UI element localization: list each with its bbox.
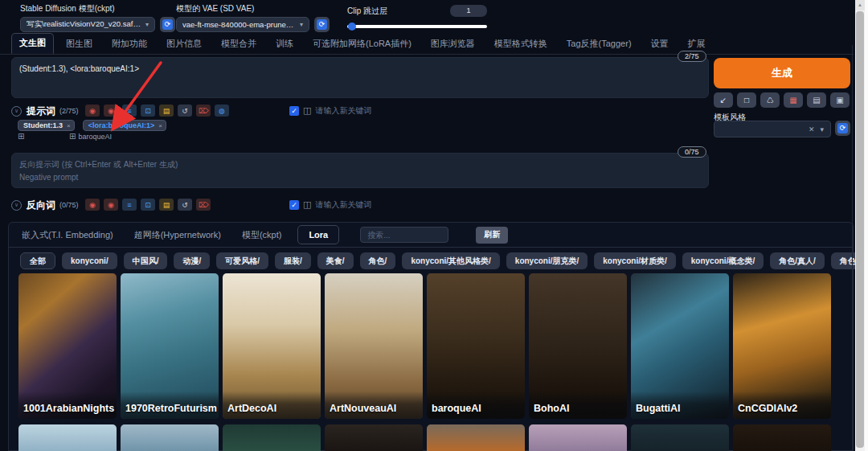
lora-card[interactable]: BugattiAI xyxy=(631,273,729,419)
scrollbar[interactable]: ▲ xyxy=(855,0,865,451)
translate-icon[interactable]: ≡ xyxy=(122,105,137,117)
clear-all-icon[interactable]: ⌦ xyxy=(196,199,211,211)
tag-translate-2[interactable]: ⊞baroqueAI xyxy=(69,132,112,141)
main-tab[interactable]: 附加功能 xyxy=(104,35,154,54)
vae-refresh-button[interactable]: ⟳ xyxy=(314,17,330,32)
api-settings-icon[interactable]: ◍ xyxy=(215,105,229,117)
clear-all-icon[interactable]: ⌦ xyxy=(196,105,211,117)
paste-generation-params-icon[interactable]: ↙ xyxy=(714,92,733,108)
batch-translate-icon[interactable]: ⊡ xyxy=(141,105,155,117)
main-tab[interactable]: 模型格式转换 xyxy=(487,35,555,54)
scrollbar-thumb[interactable] xyxy=(856,11,864,448)
negative-prompt-textarea[interactable]: 反向提示词 (按 Ctrl+Enter 或 Alt+Enter 生成) Nega… xyxy=(11,153,709,188)
main-tab[interactable]: 文生图 xyxy=(11,33,54,54)
extra-networks-tab[interactable]: 超网络(Hypernetwork) xyxy=(134,229,221,241)
lora-card-partial[interactable] xyxy=(427,424,525,451)
new-keyword-input[interactable] xyxy=(315,200,420,209)
clear-icon[interactable]: ✕ xyxy=(809,125,815,133)
lora-card-partial[interactable] xyxy=(529,424,627,451)
collapse-chevron-icon[interactable]: ∨ xyxy=(11,106,22,117)
extra-networks-tab[interactable]: Lora xyxy=(297,225,339,244)
category-pill[interactable]: konyconi/ xyxy=(62,252,117,269)
category-pill[interactable]: konyconi/朋克类/ xyxy=(506,252,588,269)
lora-card-partial[interactable] xyxy=(733,424,831,451)
lora-card-partial[interactable] xyxy=(325,424,423,451)
extra-networks-search-input[interactable] xyxy=(360,227,448,243)
prompt-tag[interactable]: Student:1.3 × xyxy=(18,120,75,131)
checkpoint-refresh-button[interactable]: ⟳ xyxy=(160,17,175,32)
translate-icon[interactable]: ≡ xyxy=(122,199,137,211)
history-icon[interactable]: ◉ xyxy=(85,199,100,211)
category-pill[interactable]: 可爱风格/ xyxy=(216,252,268,269)
clip-skip-slider[interactable] xyxy=(347,23,487,31)
category-pill[interactable]: 角色/真人/ xyxy=(770,252,825,269)
history-icon[interactable]: ◉ xyxy=(85,105,100,117)
extra-networks-card-icon[interactable]: ▦ xyxy=(784,92,803,108)
lora-card[interactable]: ArtNouveauAI xyxy=(325,273,423,419)
category-pill[interactable]: 动漫/ xyxy=(174,252,210,269)
lora-card-partial[interactable] xyxy=(223,424,321,451)
collapse-chevron-icon[interactable]: ∨ xyxy=(11,200,22,211)
main-tab[interactable]: 图生图 xyxy=(59,35,100,54)
main-tab[interactable]: 图片信息 xyxy=(159,35,209,54)
new-keyword-input[interactable] xyxy=(315,106,420,115)
favorites-icon[interactable]: ◉ xyxy=(104,105,118,117)
category-pill[interactable]: 角色/ xyxy=(360,252,396,269)
category-pill[interactable]: konyconi/材质类/ xyxy=(594,252,675,269)
lora-card-partial[interactable] xyxy=(631,424,729,451)
checkpoint-dropdown[interactable]: 写实\realisticVisionV20_v20.safetensors [c… xyxy=(20,17,155,32)
keyword-checkbox[interactable]: ✓ xyxy=(289,106,299,116)
new-style-icon[interactable]: □ xyxy=(737,92,756,108)
tag-close-icon[interactable]: × xyxy=(158,122,162,129)
copy-icon[interactable]: ▤ xyxy=(159,199,174,211)
category-pill[interactable]: konyconi/概念类/ xyxy=(682,252,764,269)
input-mode-icon[interactable]: ◫ xyxy=(303,105,311,116)
generate-button[interactable]: 生成 xyxy=(714,58,850,88)
category-pill[interactable]: konyconi/其他风格类/ xyxy=(402,252,499,269)
extra-networks-tab[interactable]: 嵌入式(T.I. Embedding) xyxy=(22,229,113,241)
prompt-textarea[interactable]: (Student:1.3), <lora:baroqueAI:1> xyxy=(11,57,709,98)
tag-translate-1[interactable]: ⊞ xyxy=(18,132,27,141)
vae-label: 模型的 VAE (SD VAE) xyxy=(176,3,346,14)
lora-card[interactable]: ArtDecoAI xyxy=(223,273,321,419)
extra-networks-refresh-button[interactable]: 刷新 xyxy=(476,227,508,244)
extra-networks-tab[interactable]: 模型(ckpt) xyxy=(242,229,282,241)
main-tab[interactable]: 模型合并 xyxy=(214,35,264,54)
lora-card-partial[interactable] xyxy=(121,424,219,451)
lora-card[interactable]: CnCGDIAIv2 xyxy=(733,273,831,419)
main-tab[interactable]: 设置 xyxy=(644,35,676,54)
vae-dropdown[interactable]: vae-ft-mse-840000-ema-pruned.safetensors… xyxy=(176,17,309,32)
prompt-tag[interactable]: <lora:baroqueAI:1> × xyxy=(83,120,166,131)
main-tab[interactable]: Tag反推(Tagger) xyxy=(559,35,639,54)
tag-text: <lora:baroqueAI:1> xyxy=(88,121,155,129)
category-pill[interactable]: 全部 xyxy=(20,252,55,269)
clear-prompt-trash-icon[interactable]: ♺ xyxy=(760,92,780,108)
style-template-dropdown[interactable]: ✕ ▾ xyxy=(714,121,831,137)
lora-card[interactable]: 1001ArabianNights xyxy=(18,273,117,419)
category-pill[interactable]: 中国风/ xyxy=(124,252,168,269)
lora-card-partial[interactable] xyxy=(18,424,117,451)
paste-icon[interactable]: ↺ xyxy=(178,105,192,117)
tag-close-icon[interactable]: × xyxy=(67,122,71,129)
apply-style-clipboard-icon[interactable]: ▤ xyxy=(807,92,826,108)
category-pill[interactable]: 美食/ xyxy=(317,252,354,269)
category-pill[interactable]: 服装/ xyxy=(275,252,311,269)
lora-card[interactable]: BohoAI xyxy=(529,273,627,419)
input-mode-icon[interactable]: ◫ xyxy=(303,199,311,210)
favorites-icon[interactable]: ◉ xyxy=(104,199,118,211)
keyword-checkbox[interactable]: ✓ xyxy=(289,200,299,210)
copy-icon[interactable]: ▤ xyxy=(159,105,174,117)
clip-skip-value[interactable]: 1 xyxy=(450,5,487,17)
main-tab[interactable]: 训练 xyxy=(268,35,301,54)
main-tab[interactable]: 可选附加网络(LoRA插件) xyxy=(305,35,419,54)
slider-handle[interactable] xyxy=(348,23,356,31)
save-style-icon[interactable]: ▣ xyxy=(830,92,850,108)
main-tab[interactable]: 图库浏览器 xyxy=(424,35,482,54)
paste-icon[interactable]: ↺ xyxy=(178,199,192,211)
lora-card[interactable]: baroqueAI xyxy=(427,273,525,419)
prompt-text: (Student:1.3), <lora:baroqueAI:1> xyxy=(19,64,139,73)
scrollbar-up-arrow[interactable]: ▲ xyxy=(855,0,865,10)
batch-translate-icon[interactable]: ⊡ xyxy=(141,199,155,211)
lora-card[interactable]: 1970RetroFuturism xyxy=(121,273,219,419)
style-refresh-button[interactable]: ⟳ xyxy=(835,121,850,136)
